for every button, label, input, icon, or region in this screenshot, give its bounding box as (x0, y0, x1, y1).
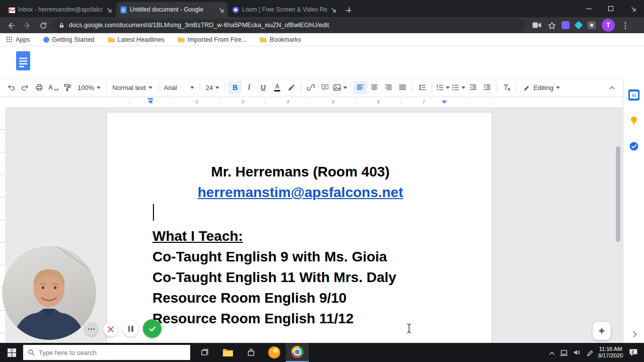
zoom-value: 100% (77, 84, 94, 92)
spellcheck-button[interactable]: A (47, 81, 60, 94)
tab-loom[interactable]: Loom | Free Screen & Video Rec (228, 2, 340, 17)
close-button[interactable] (622, 0, 644, 17)
calendar-icon[interactable]: 31 (628, 89, 640, 101)
doc-line: Resource Room English 11/12 (152, 308, 448, 329)
address-bar[interactable]: docs.google.com/document/d/1BLMsmg_3mBzT… (52, 19, 525, 32)
docs-header: Untitled document File Edit View Insert … (0, 46, 644, 78)
tab-gmail[interactable]: Inbox - herremanstim@apsfalcon (4, 2, 116, 17)
paint-format-button[interactable] (61, 81, 74, 94)
pen-icon[interactable] (586, 349, 593, 356)
tab-title: Inbox - herremanstim@apsfalcon (18, 6, 103, 13)
browser-menu-icon[interactable] (621, 21, 628, 29)
camera-icon[interactable] (532, 22, 541, 29)
editing-mode-select[interactable]: Editing (519, 81, 563, 94)
left-indent-marker[interactable] (148, 101, 153, 104)
minimize-button[interactable] (578, 0, 600, 17)
taskbar-clock[interactable]: 11:16 AM 8/17/2020 (598, 346, 623, 359)
doc-email-link[interactable]: herremanstim@apsfalcons.net (198, 185, 404, 200)
add-comment-button[interactable] (318, 81, 332, 94)
explore-button[interactable] (593, 322, 611, 340)
undo-button[interactable] (5, 81, 18, 94)
file-explorer-button[interactable] (216, 343, 239, 362)
insert-image-button[interactable] (333, 81, 347, 94)
bookmark-getting-started[interactable]: Getting Started (43, 36, 95, 43)
start-button[interactable] (0, 343, 23, 362)
ruler-number: 5 (332, 99, 335, 104)
line-spacing-button[interactable] (416, 81, 429, 94)
webcam-video (2, 246, 96, 340)
bookmark-star-icon[interactable] (547, 21, 555, 29)
bookmark-bookmarks-folder[interactable]: Bookmarks (260, 36, 301, 43)
extension-loom-icon[interactable] (561, 21, 570, 29)
profile-avatar[interactable]: T (602, 19, 615, 32)
laptop-icon[interactable] (559, 348, 568, 356)
insert-link-button[interactable] (304, 81, 317, 94)
window-controls (578, 0, 644, 17)
microsoft-store-button[interactable] (239, 343, 263, 362)
bulleted-list-button[interactable] (451, 81, 465, 94)
task-view-button[interactable] (193, 343, 216, 362)
taskbar-search-input[interactable] (39, 349, 186, 356)
doc-line: Resource Room English 9/10 (152, 288, 448, 308)
tab-docs[interactable]: Untitled document - Google (116, 2, 228, 17)
tab-close-icon[interactable] (106, 7, 112, 13)
text-color-button[interactable]: A (271, 81, 284, 94)
print-button[interactable] (33, 81, 46, 94)
align-left-button[interactable] (354, 81, 367, 94)
tray-chevron-up-icon[interactable] (547, 349, 554, 356)
bold-button[interactable]: B (228, 81, 242, 94)
decrease-indent-button[interactable] (466, 81, 479, 94)
google-docs-logo[interactable] (16, 51, 31, 71)
collapse-toolbar-button[interactable] (605, 81, 618, 94)
recorder-finish-button[interactable] (143, 319, 162, 338)
recorder-pause-button[interactable] (122, 320, 139, 337)
taskbar-search[interactable] (23, 345, 190, 360)
right-indent-marker[interactable] (442, 101, 447, 104)
recorder-cancel-button[interactable] (103, 322, 118, 337)
action-center-button[interactable]: 2 (628, 347, 639, 357)
bookmark-imported[interactable]: Imported From Fire... (178, 36, 247, 43)
align-right-button[interactable] (382, 81, 395, 94)
document-page[interactable]: Mr. Herremans (Room 403) herremanstim@ap… (107, 112, 492, 343)
vertical-scrollbar[interactable] (616, 146, 620, 242)
recorder-more-button[interactable] (85, 322, 98, 336)
underline-button[interactable]: U (257, 81, 270, 94)
bookmark-label: Latest Headlines (118, 36, 165, 43)
extension-diamond-icon[interactable] (575, 21, 583, 30)
italic-button[interactable]: I (243, 81, 256, 94)
zoom-select[interactable]: 100% (74, 81, 104, 94)
bookmark-latest-headlines[interactable]: Latest Headlines (108, 36, 165, 43)
hide-side-panel-chevron[interactable] (628, 327, 640, 339)
chrome-button[interactable] (286, 343, 309, 362)
new-tab-button[interactable] (341, 2, 355, 16)
redo-button[interactable] (19, 81, 32, 94)
browser-extensions-area: T (532, 19, 628, 32)
align-center-button[interactable] (368, 81, 381, 94)
tab-close-icon[interactable] (218, 7, 224, 13)
webcam-overlay[interactable] (2, 246, 96, 340)
font-size-select[interactable]: 24 (203, 81, 222, 94)
numbered-list-button[interactable] (435, 81, 450, 94)
highlight-color-button[interactable] (285, 81, 298, 94)
volume-icon[interactable] (573, 348, 581, 356)
keep-icon[interactable] (628, 114, 640, 126)
paragraph-style-select[interactable]: Normal text (109, 81, 155, 94)
firefox-button[interactable] (263, 343, 286, 362)
ruler-number: 3 (242, 99, 244, 104)
extension-icon[interactable] (588, 21, 596, 29)
docs-toolbar: A 100% Normal text Arial 24 B I U A (0, 78, 623, 97)
justify-button[interactable] (396, 81, 409, 94)
font-select[interactable]: Arial (161, 81, 197, 94)
reload-button[interactable] (36, 19, 49, 32)
tasks-icon[interactable] (628, 140, 640, 152)
back-button[interactable] (4, 19, 17, 32)
forward-button[interactable] (20, 19, 33, 32)
tab-close-icon[interactable] (330, 7, 336, 13)
first-line-indent-marker[interactable] (148, 98, 153, 100)
clear-formatting-button[interactable] (500, 81, 513, 94)
maximize-button[interactable] (600, 0, 622, 17)
folder-icon (108, 37, 115, 43)
increase-indent-button[interactable] (480, 81, 494, 94)
mode-value: Editing (533, 84, 553, 92)
apps-shortcut[interactable]: Apps (6, 36, 30, 43)
